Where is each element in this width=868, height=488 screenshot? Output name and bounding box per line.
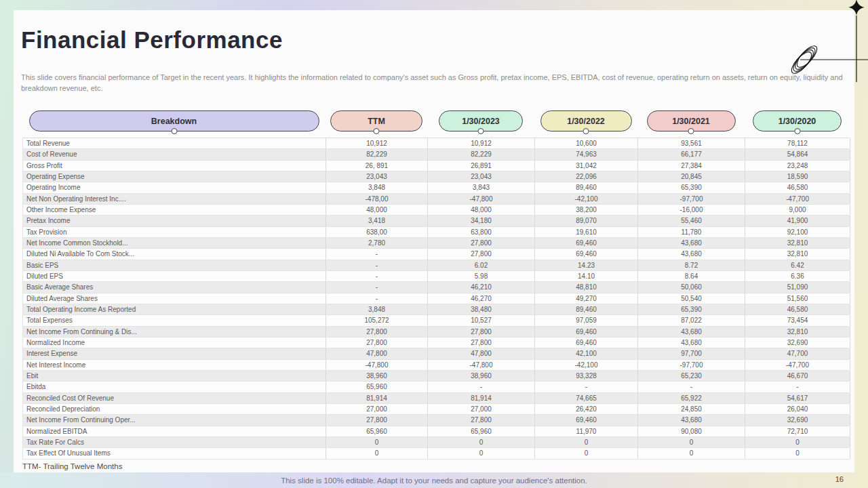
value-cell: 23,043	[428, 171, 535, 182]
value-cell: 32,690	[745, 338, 850, 348]
value-cell: 50,060	[638, 282, 745, 292]
row-label-cell: Operating Income	[23, 182, 326, 192]
value-cell: 46,270	[428, 293, 535, 304]
value-cell: 89,460	[535, 304, 638, 314]
column-pill-label: 1/30/2021	[672, 117, 710, 126]
value-cell: 38,960	[326, 371, 428, 381]
value-cell: 92,100	[745, 227, 850, 237]
value-cell: 74,665	[535, 393, 638, 403]
value-cell: 43,680	[638, 338, 745, 348]
value-cell: 6.02	[428, 260, 535, 270]
value-cell: 69,460	[535, 415, 638, 425]
value-cell: -47,800	[428, 360, 535, 370]
value-cell: 48,000	[428, 205, 535, 215]
value-cell: 87,022	[638, 315, 745, 325]
value-cell: -47,700	[745, 194, 850, 204]
row-label-cell: Pretax Income	[23, 216, 326, 226]
value-cell: 27,800	[326, 415, 428, 425]
value-cell: 23,248	[745, 161, 850, 171]
value-cell: -	[326, 260, 428, 270]
value-cell: 27,800	[428, 338, 535, 348]
table-row: Operating Expense23,04323,04322,09620,84…	[23, 171, 850, 182]
value-cell: 90,080	[638, 426, 745, 436]
table-row: Cost of Revenue82,22982,22974,96366,1775…	[23, 149, 850, 160]
table-row: Tax Rate For Calcs00000	[23, 437, 850, 448]
value-cell: 49,270	[535, 293, 638, 304]
value-cell: -47,800	[428, 194, 535, 204]
table-row: Reconciled Cost Of Revenue81,91481,91474…	[23, 393, 850, 404]
row-label-cell: Net Non Operating Interest Inc....	[23, 194, 326, 204]
value-cell: 14.10	[535, 271, 638, 281]
value-cell: 3,418	[326, 216, 428, 226]
table-row: Normalized EBITDA65,96065,96011,97090,08…	[23, 426, 850, 437]
table-row: Diluted Ni Available To Com Stock...-27,…	[23, 249, 850, 260]
table-row: Pretax Income3,41834,18089,07055,46041,9…	[23, 216, 850, 226]
value-cell: 27,800	[428, 249, 535, 259]
value-cell: 32,810	[745, 327, 850, 337]
value-cell: 27,000	[326, 404, 428, 414]
value-cell: 24,850	[638, 404, 745, 414]
row-label-cell: Basic Average Shares	[23, 282, 326, 292]
value-cell: 54,617	[745, 393, 850, 403]
row-label-cell: Ebitda	[23, 382, 326, 392]
table-row: Diluted EPS-5.9814.108.646.36	[23, 271, 850, 282]
value-cell: -42,100	[535, 360, 638, 370]
financial-table: Total Revenue10,91210,91210,60093,56178,…	[22, 138, 850, 460]
value-cell: 65,922	[638, 393, 745, 403]
value-cell: 74,963	[535, 149, 638, 159]
value-cell: 6.42	[745, 260, 850, 270]
column-pill: 1/30/2023	[439, 110, 523, 131]
value-cell: 72,710	[745, 426, 850, 436]
row-label-cell: Diluted Ni Available To Com Stock...	[23, 249, 326, 259]
value-cell: 65,390	[638, 182, 745, 192]
sparkle-icon	[848, 0, 865, 16]
value-cell: 11,970	[535, 426, 638, 436]
value-cell: 8.72	[638, 260, 745, 270]
value-cell: 46,670	[745, 371, 850, 381]
value-cell: 19,610	[535, 227, 638, 237]
value-cell: -478,00	[326, 194, 428, 204]
value-cell: 26,420	[535, 404, 638, 414]
value-cell: 3,848	[326, 304, 428, 314]
table-row: Net Income From Continuing Oper...27,800…	[23, 415, 850, 426]
row-label-cell: Total Revenue	[23, 138, 326, 148]
value-cell: 11,780	[638, 227, 745, 237]
row-label-cell: Normalized Income	[23, 338, 326, 348]
value-cell: 27,384	[638, 161, 745, 171]
corner-decoration	[773, 0, 868, 95]
value-cell: 26, 891	[326, 161, 428, 171]
value-cell: 34,180	[428, 216, 535, 226]
value-cell: 51,090	[745, 282, 850, 292]
column-pill-label: TTM	[368, 117, 385, 126]
row-label-cell: Net Interest Income	[23, 360, 326, 370]
value-cell: 65,230	[638, 371, 745, 381]
value-cell: 97,059	[535, 315, 638, 325]
row-label-cell: Interest Expense	[23, 348, 326, 359]
footer-note: This slide is 100% editable. Adapt it to…	[281, 476, 587, 485]
value-cell: -47,800	[326, 360, 428, 370]
value-cell: 9,000	[745, 205, 850, 215]
value-cell: 97,700	[638, 348, 745, 359]
value-cell: 82,229	[326, 149, 428, 159]
value-cell: -16,000	[638, 205, 745, 215]
table-row: Total Operating Income As Reported3,8483…	[23, 304, 850, 315]
value-cell: 27,800	[428, 327, 535, 337]
value-cell: 27,800	[428, 415, 535, 425]
value-cell: 22,096	[535, 171, 638, 182]
value-cell: -	[745, 382, 850, 392]
value-cell: 0	[428, 448, 535, 458]
footer-band: This slide is 100% editable. Adapt it to…	[0, 472, 868, 488]
column-pill-label: 1/30/2023	[462, 117, 500, 126]
value-cell: 32,690	[745, 415, 850, 425]
value-cell: 47,800	[428, 348, 535, 359]
value-cell: 51,560	[745, 293, 850, 304]
table-row: Gross Profit26, 89126,89131,04227,38423,…	[23, 161, 850, 171]
value-cell: 2,780	[326, 238, 428, 248]
column-pill: 1/30/2022	[540, 110, 632, 131]
value-cell: 0	[428, 437, 535, 447]
value-cell: 41,900	[745, 216, 850, 226]
value-cell: -	[326, 293, 428, 304]
page-number: 16	[835, 475, 844, 483]
value-cell: 65,960	[326, 426, 428, 436]
value-cell: 66,177	[638, 149, 745, 159]
